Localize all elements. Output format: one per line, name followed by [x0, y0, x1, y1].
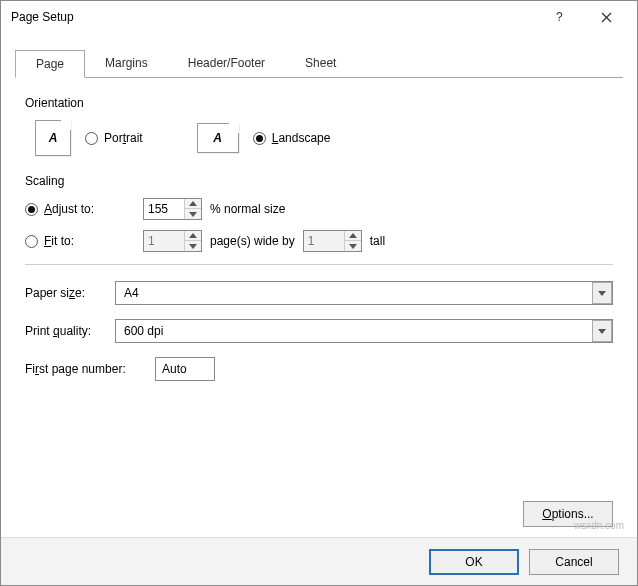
orientation-row: A Portrait A Landscape: [25, 120, 613, 156]
page-setup-dialog: Page Setup ? Page Margins Header/Footer …: [0, 0, 638, 586]
svg-marker-5: [189, 233, 197, 238]
radio-dot-icon: [25, 235, 38, 248]
tab-sheet[interactable]: Sheet: [285, 50, 356, 78]
landscape-label: Landscape: [272, 131, 331, 145]
svg-marker-7: [349, 233, 357, 238]
adjust-to-input[interactable]: [144, 199, 184, 219]
radio-dot-icon: [25, 203, 38, 216]
svg-text:?: ?: [556, 11, 563, 23]
first-page-input[interactable]: [155, 357, 215, 381]
close-button[interactable]: [583, 1, 629, 33]
spinner-up-icon[interactable]: [345, 231, 361, 241]
portrait-label: Portrait: [104, 131, 143, 145]
adjust-to-label: Adjust to:: [44, 202, 94, 216]
window-title: Page Setup: [11, 10, 74, 24]
tab-margins[interactable]: Margins: [85, 50, 168, 78]
dialog-footer: OK Cancel: [1, 537, 637, 585]
tab-bar: Page Margins Header/Footer Sheet: [15, 49, 623, 78]
orientation-label: Orientation: [25, 96, 613, 110]
fit-tall-input[interactable]: [304, 231, 344, 251]
spinner-down-icon[interactable]: [185, 241, 201, 251]
tab-page[interactable]: Page: [15, 50, 85, 78]
adjust-to-row: Adjust to: % normal size: [25, 198, 613, 220]
fit-suffix: tall: [370, 234, 385, 248]
paper-size-value[interactable]: [116, 286, 592, 300]
spinner-up-icon[interactable]: [185, 199, 201, 209]
titlebar: Page Setup ?: [1, 1, 637, 33]
fit-to-row: Fit to: page(s) wide by tall: [25, 230, 613, 252]
svg-marker-4: [189, 212, 197, 217]
svg-marker-10: [598, 329, 606, 334]
adjust-to-radio[interactable]: Adjust to:: [25, 202, 113, 216]
tab-header-footer[interactable]: Header/Footer: [168, 50, 285, 78]
print-quality-label: Print quality:: [25, 324, 115, 338]
print-quality-row: Print quality:: [25, 319, 613, 343]
watermark: wsxdn.com: [574, 520, 624, 531]
portrait-radio[interactable]: Portrait: [85, 131, 143, 145]
fit-wide-spinner[interactable]: [143, 230, 202, 252]
paper-size-row: Paper size:: [25, 281, 613, 305]
radio-dot-icon: [253, 132, 266, 145]
print-quality-combo[interactable]: [115, 319, 613, 343]
svg-marker-6: [189, 244, 197, 249]
print-quality-value[interactable]: [116, 324, 592, 338]
spinner-up-icon[interactable]: [185, 231, 201, 241]
adjust-to-spinner[interactable]: [143, 198, 202, 220]
fit-to-radio[interactable]: Fit to:: [25, 234, 113, 248]
fit-mid-label: page(s) wide by: [210, 234, 295, 248]
svg-marker-3: [189, 201, 197, 206]
svg-marker-9: [598, 291, 606, 296]
spinner-down-icon[interactable]: [345, 241, 361, 251]
ok-button[interactable]: OK: [429, 549, 519, 575]
spinner-down-icon[interactable]: [185, 209, 201, 219]
paper-size-combo[interactable]: [115, 281, 613, 305]
portrait-icon: A: [35, 120, 71, 156]
divider: [25, 264, 613, 265]
first-page-label: First page number:: [25, 362, 155, 376]
landscape-icon: A: [197, 123, 239, 153]
scaling-label: Scaling: [25, 174, 613, 188]
dropdown-icon[interactable]: [592, 320, 612, 342]
fit-to-label: Fit to:: [44, 234, 74, 248]
landscape-radio[interactable]: Landscape: [253, 131, 331, 145]
paper-size-label: Paper size:: [25, 286, 115, 300]
fit-wide-input[interactable]: [144, 231, 184, 251]
dropdown-icon[interactable]: [592, 282, 612, 304]
first-page-row: First page number:: [25, 357, 613, 381]
fit-tall-spinner[interactable]: [303, 230, 362, 252]
radio-dot-icon: [85, 132, 98, 145]
adjust-suffix: % normal size: [210, 202, 285, 216]
tab-content: Orientation A Portrait A Landscape Scali…: [1, 78, 637, 537]
help-button[interactable]: ?: [537, 1, 583, 33]
cancel-button[interactable]: Cancel: [529, 549, 619, 575]
svg-marker-8: [349, 244, 357, 249]
